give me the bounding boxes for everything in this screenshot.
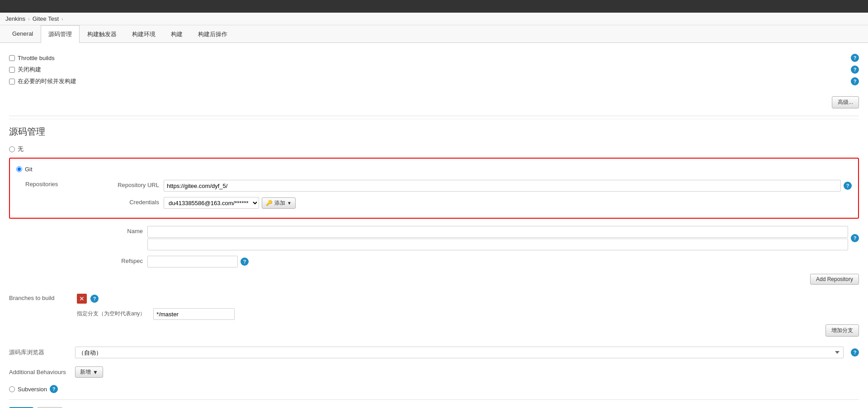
add-credentials-button[interactable]: 🔑 添加 ▼	[262, 197, 296, 209]
breadcrumb-sep-1: ›	[28, 16, 30, 22]
breadcrumb-sep-2: ›	[61, 16, 63, 22]
main-content: General 源码管理 构建触发器 构建环境 构建 构建后操作 Throttl…	[0, 25, 868, 408]
checkbox-row-close: 关闭构建 ?	[9, 64, 859, 75]
checkbox-section: Throttle builds ? 关闭构建 ? 在必要的时候并发构建 ?	[9, 47, 859, 92]
below-section: Name ? Refspec ? Add Reposi	[9, 223, 859, 408]
repositories-label: Repositories	[25, 177, 84, 188]
radio-subversion[interactable]	[9, 386, 15, 392]
checkbox-row-throttle: Throttle builds ?	[9, 52, 859, 64]
help-icon-source-browser[interactable]: ?	[851, 348, 859, 356]
refspec-input[interactable]	[147, 256, 238, 267]
add-cred-label: 添加	[274, 199, 285, 207]
help-icon-concurrent[interactable]: ?	[851, 77, 859, 85]
radio-git-label: Git	[25, 166, 33, 173]
source-browser-select[interactable]: （自动）	[75, 347, 844, 358]
tab-post-build[interactable]: 构建后操作	[190, 25, 235, 43]
section-title: 源码管理	[9, 119, 859, 142]
radio-none-label: 无	[18, 145, 24, 153]
add-branch-row: 增加分支	[77, 323, 859, 338]
radio-row-none: 无	[9, 142, 859, 156]
content-area: Throttle builds ? 关闭构建 ? 在必要的时候并发构建 ?	[0, 43, 868, 408]
add-behaviour-caret: ▼	[93, 369, 98, 375]
breadcrumb: Jenkins › Gitee Test ›	[0, 13, 868, 25]
tab-build-env[interactable]: 构建环境	[124, 25, 163, 43]
delete-branch-button[interactable]: ✕	[77, 294, 87, 304]
checkbox-throttle-label: Throttle builds	[18, 55, 55, 61]
name-row: Name ?	[9, 223, 859, 253]
tab-build[interactable]: 构建	[163, 25, 190, 43]
radio-git[interactable]	[16, 166, 22, 172]
name-label: Name	[75, 226, 143, 234]
breadcrumb-gitee-test[interactable]: Gitee Test	[33, 15, 59, 22]
source-browser-row: 源码库浏览器 （自动） ?	[9, 342, 859, 363]
repo-url-row: Repository URL ?	[91, 177, 852, 194]
source-browser-label: 源码库浏览器	[9, 348, 68, 356]
additional-behaviours-label: Additional Behaviours	[9, 369, 68, 375]
checkbox-close-label: 关闭构建	[18, 66, 41, 74]
checkbox-close[interactable]	[9, 67, 15, 73]
name-input-2[interactable]	[147, 239, 848, 250]
credentials-row: Credentials du413385586@163.com/****** 🔑…	[91, 194, 852, 211]
key-icon: 🔑	[266, 200, 273, 206]
repo-url-input[interactable]	[164, 180, 841, 192]
top-nav	[0, 0, 868, 13]
help-icon-refspec[interactable]: ?	[241, 258, 249, 266]
help-icon-close[interactable]: ?	[851, 66, 859, 74]
branch-row: ✕ ?	[77, 292, 859, 305]
repo-url-label: Repository URL	[91, 180, 159, 188]
branch-input[interactable]	[153, 308, 235, 320]
credentials-select[interactable]: du413385586@163.com/******	[164, 197, 259, 209]
help-icon-repo-url[interactable]: ?	[844, 182, 852, 190]
add-branch-button[interactable]: 增加分支	[826, 324, 859, 337]
help-icon-throttle[interactable]: ?	[851, 54, 859, 62]
credentials-label: Credentials	[91, 197, 159, 206]
refspec-row: Refspec ?	[9, 253, 859, 270]
divider-bottom	[9, 399, 859, 400]
caret-icon: ▼	[287, 201, 292, 206]
checkbox-row-concurrent: 在必要的时候并发构建 ?	[9, 75, 859, 87]
add-repository-button[interactable]: Add Repository	[810, 274, 859, 285]
add-behaviour-btn-label: 新增	[80, 368, 91, 376]
breadcrumb-jenkins[interactable]: Jenkins	[5, 15, 25, 22]
branch-input-label: 指定分支（为空时代表any）	[77, 308, 145, 318]
checkbox-concurrent-label: 在必要的时候并发构建	[18, 77, 76, 85]
checkbox-throttle[interactable]	[9, 55, 15, 61]
subversion-label: Subversion	[18, 386, 47, 393]
tab-source-management[interactable]: 源码管理	[41, 25, 80, 43]
add-behaviour-button[interactable]: 新增 ▼	[75, 366, 103, 378]
radio-row-git: Git	[16, 163, 852, 175]
checkbox-concurrent[interactable]	[9, 79, 15, 84]
advanced-button[interactable]: 高级...	[832, 96, 859, 108]
help-icon-branch[interactable]: ?	[90, 295, 99, 303]
add-repo-row: Add Repository	[9, 270, 859, 288]
name-input-1[interactable]	[147, 226, 848, 238]
advanced-btn-row: 高级...	[9, 92, 859, 113]
help-icon-subversion[interactable]: ?	[50, 385, 58, 393]
git-section: Git Repositories Repository URL ?	[9, 158, 859, 219]
tab-build-triggers[interactable]: 构建触发器	[80, 25, 124, 43]
bottom-btn-row: 保存 应用	[9, 403, 859, 408]
additional-behaviours-row: Additional Behaviours 新增 ▼	[9, 363, 859, 381]
repositories-content: Repository URL ? Credentials du413385586…	[91, 177, 852, 211]
radio-none[interactable]	[9, 146, 15, 152]
branches-section: Branches to build ✕ ? 指定分支（为空时代表any） 增加分…	[9, 288, 859, 342]
divider-1	[9, 116, 859, 116]
help-icon-name[interactable]: ?	[851, 234, 859, 242]
tab-bar: General 源码管理 构建触发器 构建环境 构建 构建后操作	[0, 25, 868, 43]
branches-content: ✕ ? 指定分支（为空时代表any） 增加分支	[77, 292, 859, 338]
subversion-row: Subversion ?	[9, 381, 859, 397]
tab-general[interactable]: General	[5, 25, 41, 43]
branch-input-row: 指定分支（为空时代表any）	[77, 305, 859, 323]
refspec-label: Refspec	[75, 256, 143, 264]
branches-label: Branches to build	[9, 292, 68, 301]
